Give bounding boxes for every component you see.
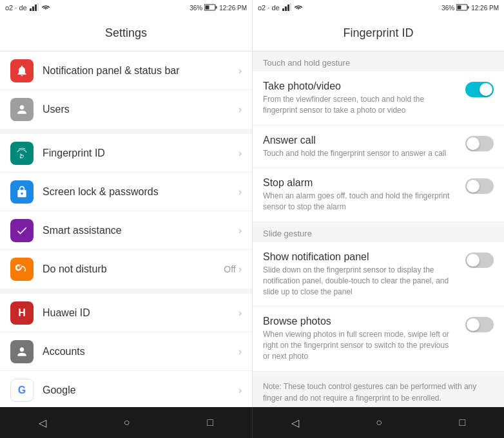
take-photo-desc: From the viewfinder screen, touch and ho… [263, 94, 458, 116]
settings-item-smart[interactable]: Smart assistance › [0, 211, 252, 250]
recents-button-right[interactable]: □ [449, 412, 476, 433]
settings-item-users[interactable]: Users › [0, 90, 252, 129]
fp-item-take-photo: Take photo/video From the viewfinder scr… [253, 71, 504, 126]
section-header-slide: Slide gesture [253, 222, 504, 242]
home-button-right[interactable]: ○ [365, 412, 393, 433]
smart-icon [10, 219, 34, 242]
fingerprint-panel: o2 · de 36% 12:26 PM Fingerprint ID [252, 0, 504, 407]
settings-item-google[interactable]: G Google › [0, 371, 252, 407]
back-button-left[interactable]: ◁ [28, 412, 57, 434]
fingerprint-icon [10, 142, 34, 165]
time-right: 12:26 PM [471, 5, 499, 12]
settings-item-accounts[interactable]: Accounts › [0, 332, 252, 371]
svg-rect-12 [468, 6, 469, 8]
notification-label: Notification panel & status bar [43, 65, 238, 77]
dnd-icon [10, 258, 34, 281]
screenlock-chevron: › [238, 186, 242, 198]
back-button-right[interactable]: ◁ [281, 412, 309, 434]
take-photo-title: Take photo/video [263, 81, 458, 92]
fp-note: Note: These touch control gestures can b… [253, 372, 504, 407]
huaweiid-label: Huawei ID [43, 307, 238, 319]
battery-icon [204, 4, 217, 12]
battery-text-right: 36% [441, 5, 454, 12]
show-notification-title: Show notification panel [263, 251, 458, 263]
huaweiid-icon: H [10, 301, 34, 325]
status-right-fp: 36% 12:26 PM [441, 4, 499, 12]
wifi-icon [41, 4, 50, 12]
battery-text: 36% [189, 5, 202, 12]
fingerprint-chevron: › [238, 148, 242, 159]
home-button-left[interactable]: ○ [113, 412, 141, 433]
stop-alarm-desc: When an alarm goes off, touch and hold t… [263, 191, 458, 213]
google-icon: G [10, 379, 34, 402]
settings-item-notification[interactable]: Notification panel & status bar › [0, 52, 252, 90]
browse-photos-knob [467, 318, 480, 331]
carrier-info-right: o2 · de [258, 3, 303, 12]
bottom-nav-container: ◁ ○ □ ◁ ○ □ [0, 407, 504, 438]
screenlock-label: Screen lock & passwords [43, 186, 238, 198]
show-notification-toggle[interactable] [465, 252, 494, 268]
status-bar-right: o2 · de 36% 12:26 PM [253, 0, 504, 15]
recents-button-left[interactable]: □ [197, 412, 224, 433]
svg-rect-10 [290, 3, 291, 11]
settings-group-2: Fingerprint ID › Screen lock & passwords… [0, 134, 252, 289]
settings-toolbar: Settings [0, 15, 252, 52]
notification-chevron: › [238, 65, 242, 77]
fingerprint-title: Fingerprint ID [343, 26, 413, 40]
nav-bar-left: ◁ ○ □ [0, 407, 252, 438]
nav-bar-right: ◁ ○ □ [252, 407, 504, 438]
smart-chevron: › [238, 225, 242, 236]
take-photo-toggle[interactable] [465, 82, 494, 97]
fp-item-answer-call: Answer call Touch and hold the fingerpri… [253, 126, 504, 169]
answer-call-desc: Touch and hold the fingerprint sensor to… [263, 148, 458, 159]
settings-item-huaweiid[interactable]: H Huawei ID › [0, 294, 252, 332]
show-notification-knob [467, 254, 480, 267]
time-left: 12:26 PM [219, 5, 247, 12]
notification-icon [10, 59, 34, 82]
browse-photos-desc: When viewing photos in full screen mode,… [263, 329, 458, 361]
svg-rect-8 [285, 6, 287, 11]
section-header-touch: Touch and hold gesture [253, 52, 504, 71]
stop-alarm-toggle[interactable] [465, 178, 494, 194]
fingerprint-content: Touch and hold gesture Take photo/video … [253, 52, 504, 407]
answer-call-title: Answer call [263, 135, 458, 146]
fingerprint-toolbar: Fingerprint ID [253, 15, 504, 52]
fp-item-show-notification: Show notification panel Slide down on th… [253, 242, 504, 307]
settings-list: Notification panel & status bar › Users … [0, 52, 252, 407]
svg-rect-13 [458, 5, 461, 9]
svg-rect-6 [206, 5, 209, 9]
settings-title: Settings [105, 26, 147, 40]
svg-rect-0 [30, 8, 32, 11]
settings-item-fingerprint[interactable]: Fingerprint ID › [0, 134, 252, 173]
accounts-icon [10, 340, 34, 363]
network-icons [30, 3, 39, 12]
huaweiid-chevron: › [238, 307, 242, 319]
svg-rect-9 [287, 5, 289, 11]
battery-icon-right [456, 4, 469, 12]
answer-call-knob [467, 137, 480, 150]
answer-call-toggle[interactable] [465, 136, 494, 151]
settings-item-screenlock[interactable]: Screen lock & passwords › [0, 173, 252, 211]
carrier-text: o2 · de [5, 4, 27, 12]
settings-item-dnd[interactable]: Do not disturb Off › [0, 250, 252, 289]
svg-rect-1 [32, 6, 34, 11]
google-label: Google [43, 385, 238, 396]
stop-alarm-knob [467, 180, 480, 193]
show-notification-desc: Slide down on the fingerprint sensor to … [263, 265, 458, 297]
svg-rect-2 [35, 5, 37, 11]
stop-alarm-title: Stop alarm [263, 177, 458, 189]
status-bar-left: o2 · de 36% 12:26 PM [0, 0, 252, 15]
carrier-info: o2 · de [5, 3, 50, 12]
svg-rect-7 [282, 8, 284, 11]
network-icons-right [282, 3, 291, 12]
take-photo-knob [480, 83, 492, 96]
carrier-text-right: o2 · de [258, 4, 280, 12]
dnd-chevron: › [238, 263, 242, 275]
users-icon [10, 98, 34, 121]
browse-photos-title: Browse photos [263, 316, 458, 327]
status-right: 36% 12:26 PM [189, 4, 247, 12]
users-chevron: › [238, 104, 242, 115]
dnd-label: Do not disturb [43, 263, 224, 275]
accounts-label: Accounts [43, 346, 238, 357]
browse-photos-toggle[interactable] [465, 317, 494, 332]
